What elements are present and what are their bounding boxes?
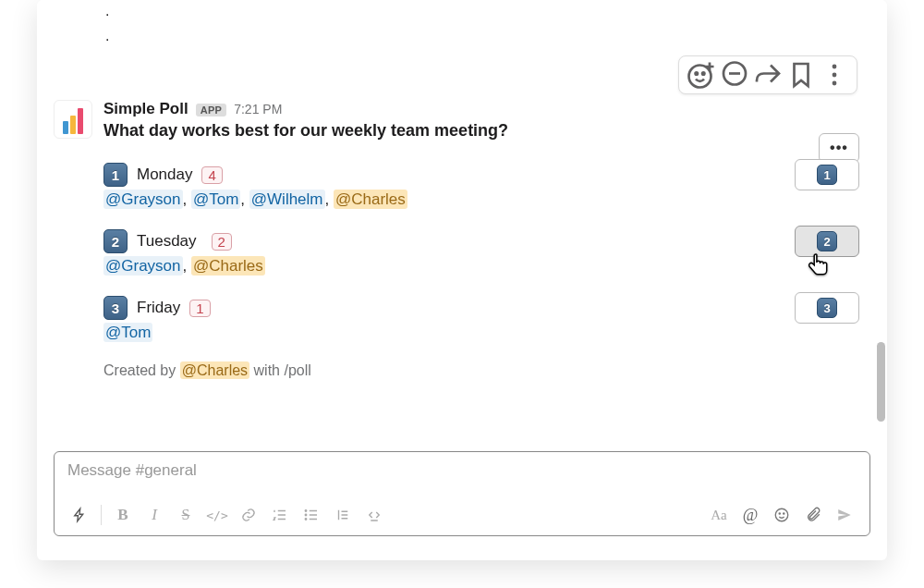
user-mention[interactable]: @Grayson bbox=[103, 256, 183, 276]
user-mention[interactable]: @Wilhelm bbox=[249, 190, 325, 209]
poll-footer: Created by @Charles with /poll bbox=[103, 362, 870, 379]
ordered-list-icon[interactable] bbox=[266, 502, 294, 528]
poll-question: What day works best for our weekly team … bbox=[103, 121, 870, 141]
poll-command: /poll bbox=[284, 362, 310, 378]
voters-list: @Grayson, @Tom, @Wilhelm, @Charles bbox=[103, 190, 870, 209]
bold-icon[interactable]: B bbox=[109, 502, 137, 528]
prev-message-fragment: . bbox=[105, 2, 870, 19]
number-emoji: 3 bbox=[817, 298, 837, 318]
svg-point-5 bbox=[833, 73, 837, 78]
sender-name: Simple Poll bbox=[103, 100, 188, 118]
user-mention[interactable]: @Tom bbox=[103, 323, 152, 342]
message-hover-toolbar bbox=[678, 55, 857, 94]
italic-icon[interactable]: I bbox=[140, 502, 168, 528]
svg-point-1 bbox=[696, 72, 698, 74]
code-icon[interactable]: </> bbox=[203, 502, 231, 528]
svg-point-7 bbox=[305, 510, 307, 512]
vote-count: 2 bbox=[212, 233, 232, 251]
poll-option: 2Tuesday2@Grayson, @Charles2 bbox=[103, 229, 870, 276]
prev-message-fragment: . bbox=[105, 27, 870, 44]
scrollbar-thumb[interactable] bbox=[877, 342, 885, 422]
divider bbox=[101, 505, 102, 525]
more-actions-icon[interactable] bbox=[818, 60, 851, 90]
emoji-icon[interactable] bbox=[768, 502, 796, 528]
poll-option: 1Monday4@Grayson, @Tom, @Wilhelm, @Charl… bbox=[103, 163, 870, 209]
user-mention[interactable]: @Charles bbox=[334, 190, 407, 209]
blockquote-icon[interactable] bbox=[329, 502, 357, 528]
number-emoji: 1 bbox=[103, 163, 128, 187]
number-emoji: 3 bbox=[103, 296, 128, 320]
vote-button[interactable]: 1 bbox=[795, 159, 859, 190]
poll-option: 3Friday1@Tom3 bbox=[103, 296, 870, 342]
number-emoji: 1 bbox=[817, 165, 837, 185]
user-mention[interactable]: @Tom bbox=[191, 190, 240, 209]
slack-window: . . Simple Poll bbox=[37, 0, 887, 560]
svg-point-6 bbox=[833, 81, 837, 86]
send-icon[interactable] bbox=[831, 502, 858, 528]
option-label: Monday bbox=[137, 165, 192, 184]
user-mention[interactable]: @Grayson bbox=[103, 190, 183, 209]
message-composer[interactable]: Message #general B I S </> bbox=[54, 451, 870, 536]
thread-icon[interactable] bbox=[718, 60, 751, 90]
bullet-list-icon[interactable] bbox=[298, 502, 325, 528]
share-icon[interactable] bbox=[751, 60, 784, 90]
svg-point-10 bbox=[775, 508, 788, 521]
created-by-mention[interactable]: @Charles bbox=[180, 361, 249, 379]
format-icon[interactable]: Aa bbox=[705, 502, 733, 528]
svg-point-8 bbox=[305, 514, 307, 516]
add-reaction-icon[interactable] bbox=[685, 60, 718, 90]
number-emoji: 2 bbox=[103, 229, 128, 253]
code-block-icon[interactable] bbox=[360, 502, 388, 528]
message-header: Simple Poll APP 7:21 PM bbox=[103, 100, 870, 118]
vote-count: 4 bbox=[201, 166, 222, 184]
vote-button[interactable]: 2 bbox=[795, 226, 859, 257]
number-emoji: 2 bbox=[817, 231, 837, 251]
composer-input[interactable]: Message #general bbox=[55, 452, 869, 496]
shortcuts-icon[interactable] bbox=[66, 502, 93, 528]
svg-point-0 bbox=[689, 66, 711, 88]
svg-point-12 bbox=[784, 513, 784, 514]
mention-icon[interactable]: @ bbox=[736, 502, 764, 528]
message-time: 7:21 PM bbox=[234, 102, 282, 116]
user-mention[interactable]: @Charles bbox=[191, 256, 265, 276]
poll-options-container: 1Monday4@Grayson, @Tom, @Wilhelm, @Charl… bbox=[103, 163, 870, 342]
app-badge: APP bbox=[196, 104, 227, 116]
link-icon[interactable] bbox=[235, 502, 262, 528]
option-label: Friday bbox=[137, 299, 180, 317]
poll-message: Simple Poll APP 7:21 PM What day works b… bbox=[54, 100, 870, 379]
vote-button[interactable]: 3 bbox=[795, 292, 859, 324]
svg-point-9 bbox=[305, 519, 307, 521]
voters-list: @Tom bbox=[103, 324, 870, 342]
svg-point-11 bbox=[779, 513, 780, 514]
attachment-icon[interactable] bbox=[799, 502, 827, 528]
message-list: . . Simple Poll bbox=[37, 0, 887, 435]
vote-count: 1 bbox=[189, 300, 210, 317]
svg-point-2 bbox=[702, 72, 704, 74]
message-body: Simple Poll APP 7:21 PM What day works b… bbox=[103, 100, 870, 379]
bookmark-icon[interactable] bbox=[784, 60, 818, 90]
composer-toolbar: B I S </> Aa @ bbox=[55, 496, 869, 535]
app-avatar bbox=[54, 100, 92, 139]
svg-point-4 bbox=[833, 65, 837, 69]
option-label: Tuesday bbox=[137, 232, 197, 251]
strikethrough-icon[interactable]: S bbox=[172, 502, 200, 528]
voters-list: @Grayson, @Charles bbox=[103, 257, 870, 276]
